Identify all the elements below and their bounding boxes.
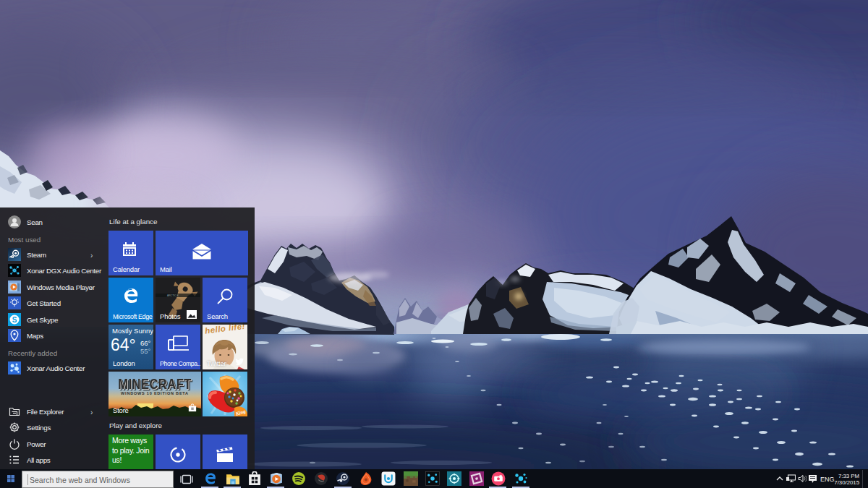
svg-text:ARCTIC·K: ARCTIC·K [167,294,179,297]
svg-text:S: S [12,316,17,324]
